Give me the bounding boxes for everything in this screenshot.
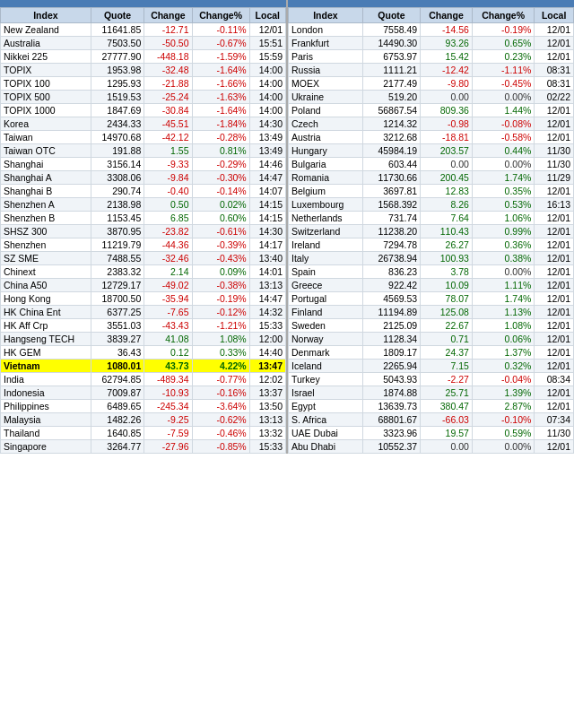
change-cell: -49.02 (144, 279, 192, 292)
change-cell: -2.27 (421, 373, 473, 386)
index-cell: Russia (289, 64, 363, 77)
table-row: Korea2434.33-45.51-1.84%14:30 (1, 117, 286, 131)
quote-cell: 11194.89 (362, 306, 420, 319)
index-cell: Indonesia (1, 386, 91, 400)
quote-cell: 3870.95 (91, 225, 144, 238)
quote-cell: 836.23 (362, 265, 420, 279)
changepct-cell: 0.44% (472, 144, 534, 158)
index-cell: Egypt (289, 400, 363, 413)
changepct-cell: -1.64% (192, 104, 249, 117)
changepct-cell: 0.59% (472, 427, 534, 440)
changepct-cell: -1.59% (192, 50, 249, 64)
quote-cell: 2177.49 (362, 77, 420, 91)
table-row: Australia7503.50-50.50-0.67%15:51 (1, 37, 286, 50)
local-cell: 12/01 (535, 185, 574, 198)
changepct-cell: 2.87% (472, 400, 534, 413)
quote-cell: 11730.66 (362, 171, 420, 185)
index-cell: HK China Ent (1, 306, 91, 319)
table-row: Shanghai A3308.06-9.84-0.30%14:47 (1, 171, 286, 185)
quote-cell: 1482.26 (91, 413, 144, 427)
local-cell: 12/01 (535, 333, 574, 346)
table-row: Denmark1809.1724.371.37%12/01 (289, 346, 574, 360)
changepct-cell: -3.64% (192, 400, 249, 413)
european-tbody: London7558.49-14.56-0.19%12/01Frankfurt1… (289, 23, 574, 454)
quote-cell: 18700.50 (91, 292, 144, 306)
table-row: Shenzhen B1153.456.850.60%14:15 (1, 212, 286, 225)
change-cell: 19.57 (421, 427, 473, 440)
quote-cell: 3212.68 (362, 131, 420, 144)
local-cell: 14:46 (249, 158, 285, 171)
quote-cell: 7488.55 (91, 252, 144, 265)
table-row: Egypt13639.73380.472.87%12/01 (289, 400, 574, 413)
asian-header (0, 0, 286, 7)
index-cell: Ukraine (289, 91, 363, 104)
change-cell: 78.07 (421, 292, 473, 306)
table-row: Taiwan14970.68-42.12-0.28%13:49 (1, 131, 286, 144)
table-row: Greece922.4210.091.11%12/01 (289, 279, 574, 292)
quote-cell: 68801.67 (362, 413, 420, 427)
index-cell: Shenzhen A (1, 198, 91, 212)
change-cell: 3.78 (421, 265, 473, 279)
index-cell: Nikkei 225 (1, 50, 91, 64)
table-row: Ukraine519.200.000.00%02/22 (289, 91, 574, 104)
local-cell: 14:40 (249, 346, 285, 360)
change-cell: 0.71 (421, 333, 473, 346)
change-cell: 1.55 (144, 144, 192, 158)
changepct-cell: -0.43% (192, 252, 249, 265)
changepct-cell: 0.53% (472, 198, 534, 212)
table-row: Vietnam1080.0143.734.22%13:47 (1, 360, 286, 373)
change-cell: -44.36 (144, 238, 192, 252)
change-cell: 24.37 (421, 346, 473, 360)
quote-cell: 290.74 (91, 185, 144, 198)
changepct-cell: 0.09% (192, 265, 249, 279)
local-cell: 12/01 (535, 50, 574, 64)
quote-cell: 2125.09 (362, 319, 420, 333)
table-row: Hong Kong18700.50-35.94-0.19%14:47 (1, 292, 286, 306)
quote-cell: 56867.54 (362, 104, 420, 117)
change-cell: 380.47 (421, 400, 473, 413)
change-cell: -45.51 (144, 117, 192, 131)
index-cell: Bulgaria (289, 158, 363, 171)
index-cell: Spain (289, 265, 363, 279)
quote-cell: 1153.45 (91, 212, 144, 225)
changepct-cell: 0.00% (472, 91, 534, 104)
local-cell: 15:33 (249, 440, 285, 454)
index-cell: Greece (289, 279, 363, 292)
quote-cell: 10552.37 (362, 440, 420, 454)
index-cell: China A50 (1, 279, 91, 292)
quote-cell: 11219.79 (91, 238, 144, 252)
quote-cell: 1128.34 (362, 333, 420, 346)
local-cell: 08:31 (535, 77, 574, 91)
changepct-cell: 0.32% (472, 360, 534, 373)
local-cell: 14:00 (249, 64, 285, 77)
local-cell: 13:32 (249, 427, 285, 440)
changepct-cell: -0.67% (192, 37, 249, 50)
local-cell: 13:40 (249, 252, 285, 265)
quote-cell: 1214.32 (362, 117, 420, 131)
quote-cell: 7558.49 (362, 23, 420, 37)
quote-cell: 3839.27 (91, 333, 144, 346)
change-cell: -7.65 (144, 306, 192, 319)
change-cell: 93.26 (421, 37, 473, 50)
index-cell: MOEX (289, 77, 363, 91)
index-cell: Netherlands (289, 212, 363, 225)
change-cell: -14.56 (421, 23, 473, 37)
quote-cell: 62794.85 (91, 373, 144, 386)
local-cell: 12/01 (535, 279, 574, 292)
european-col-quote: Quote (362, 8, 420, 23)
table-row: Austria3212.68-18.81-0.58%12/01 (289, 131, 574, 144)
change-cell: -0.40 (144, 185, 192, 198)
local-cell: 12:02 (249, 373, 285, 386)
quote-cell: 3308.06 (91, 171, 144, 185)
table-row: Finland11194.89125.081.13%12/01 (289, 306, 574, 319)
table-row: SHSZ 3003870.95-23.82-0.61%14:30 (1, 225, 286, 238)
table-row: HK China Ent6377.25-7.65-0.12%14:32 (1, 306, 286, 319)
changepct-cell: 1.74% (472, 292, 534, 306)
asian-table: Index Quote Change Change% Local New Zea… (0, 7, 286, 454)
index-cell: UAE Dubai (289, 427, 363, 440)
index-cell: Finland (289, 306, 363, 319)
local-cell: 11/30 (535, 158, 574, 171)
changepct-cell: -0.77% (192, 373, 249, 386)
quote-cell: 3551.03 (91, 319, 144, 333)
local-cell: 12/01 (535, 319, 574, 333)
